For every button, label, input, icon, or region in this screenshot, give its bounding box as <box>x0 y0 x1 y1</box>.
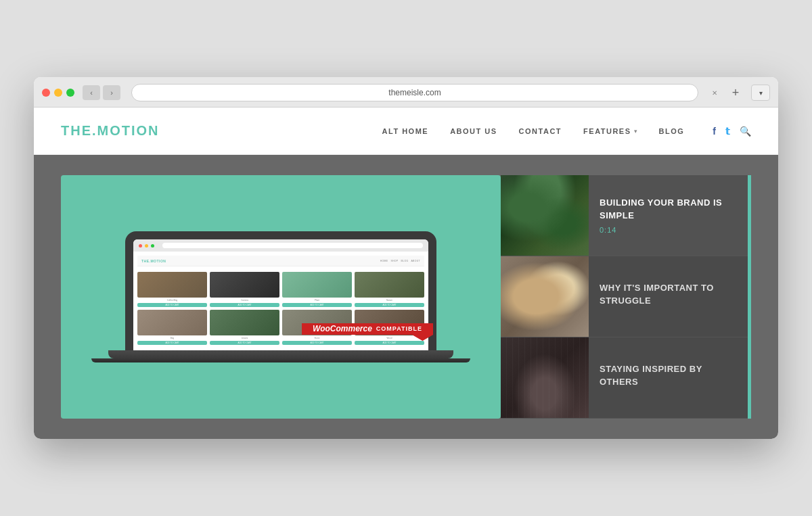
post-title-2: WHY IT'S IMPORTANT TO STRUGGLE <box>600 282 740 306</box>
blog-post-item-2[interactable]: WHY IT'S IMPORTANT TO STRUGGLE <box>501 256 751 337</box>
woo-commerce-text: WooCommerce <box>313 324 372 333</box>
product-cell-1: Coffee Mug ADD TO CART <box>137 272 207 307</box>
product-cell-2: Camera ADD TO CART <box>210 272 279 307</box>
screen-top-bar <box>133 239 428 252</box>
screen-nav-items: HOME SHOP BLOG ABOUT <box>380 260 420 262</box>
url-text: themeisle.com <box>388 88 441 97</box>
nav-features-container: FEATURES ▾ <box>583 127 637 135</box>
product-btn-2[interactable]: ADD TO CART <box>210 303 279 307</box>
product-cell-5: Bag ADD TO CART <box>137 310 207 345</box>
post-thumbnail-3 <box>501 337 589 418</box>
laptop-foot <box>91 358 470 362</box>
browser-chrome: ‹ › themeisle.com ✕ + ▾ <box>34 77 778 108</box>
laptop-showcase: THE.MOTION HOME SHOP BLOG ABOUT <box>61 175 501 419</box>
browser-dropdown-button[interactable]: ▾ <box>751 85 770 101</box>
post-time-1: 0:14 <box>600 226 740 234</box>
product-image-3 <box>282 272 352 298</box>
nav-blog[interactable]: BLOG <box>659 127 685 135</box>
product-title-8: Wood <box>355 337 424 339</box>
product-title-7: Stone <box>282 337 352 339</box>
product-title-1: Coffee Mug <box>137 299 207 302</box>
plants-image <box>501 175 589 256</box>
post-info-2: WHY IT'S IMPORTANT TO STRUGGLE <box>589 256 751 337</box>
address-bar[interactable]: themeisle.com <box>131 84 698 101</box>
post-info-1: BUILDING YOUR BRAND IS SIMPLE 0:14 <box>589 175 751 256</box>
search-icon[interactable]: 🔍 <box>740 126 751 137</box>
post-thumbnail-2 <box>501 256 589 337</box>
site-logo[interactable]: THE.MOTION <box>61 123 160 139</box>
product-btn-4[interactable]: ADD TO CART <box>355 303 424 307</box>
nav-social-icons: f 𝕥 🔍 <box>713 126 751 137</box>
screen-dot-red <box>139 244 142 248</box>
product-title-5: Bag <box>137 337 207 339</box>
website-content: THE.MOTION ALT HOME ABOUT US CONTACT FEA… <box>34 108 778 439</box>
product-btn-8[interactable]: ADD TO CART <box>355 341 424 345</box>
new-tab-button[interactable]: + <box>728 85 743 100</box>
hero-section: THE.MOTION HOME SHOP BLOG ABOUT <box>34 155 778 439</box>
forward-button[interactable]: › <box>103 85 120 100</box>
blog-post-item-1[interactable]: BUILDING YOUR BRAND IS SIMPLE 0:14 <box>501 175 751 256</box>
product-image-4 <box>355 272 424 298</box>
nav-contact[interactable]: CONTACT <box>519 127 562 135</box>
product-image-6 <box>210 310 279 335</box>
product-cell-3: Plant ADD TO CART <box>282 272 352 307</box>
screen-nav-item-4: ABOUT <box>411 260 420 262</box>
post-title-3: STAYING INSPIRED BY OTHERS <box>600 363 740 388</box>
product-btn-3[interactable]: ADD TO CART <box>282 303 352 307</box>
screen-address-bar <box>162 243 423 248</box>
laptop-base-area <box>122 350 440 362</box>
browser-nav: ‹ › <box>83 85 120 100</box>
features-chevron-icon: ▾ <box>634 128 637 135</box>
screen-nav-item-3: BLOG <box>401 260 409 262</box>
blog-post-item-3[interactable]: STAYING INSPIRED BY OTHERS <box>501 337 751 419</box>
laptop-base-parts <box>91 350 470 362</box>
product-image-5 <box>137 310 207 335</box>
post-thumbnail-1 <box>501 175 589 256</box>
screen-dot-yellow <box>145 244 148 248</box>
laptop-container: THE.MOTION HOME SHOP BLOG ABOUT <box>122 231 440 362</box>
traffic-lights <box>42 89 74 97</box>
product-title-3: Plant <box>282 299 352 302</box>
food-image <box>501 256 589 337</box>
product-title-4: Nature <box>355 299 424 302</box>
laptop-base <box>108 350 453 358</box>
nav-alt-home[interactable]: ALT HOME <box>382 127 429 135</box>
product-cell-4: Nature ADD TO CART <box>355 272 424 307</box>
minimize-button[interactable] <box>54 89 62 97</box>
product-btn-6[interactable]: ADD TO CART <box>210 341 279 345</box>
product-title-2: Camera <box>210 299 279 302</box>
site-header: THE.MOTION ALT HOME ABOUT US CONTACT FEA… <box>34 108 778 155</box>
product-title-6: Leaves <box>210 337 279 339</box>
product-btn-7[interactable]: ADD TO CART <box>282 341 352 345</box>
product-btn-1[interactable]: ADD TO CART <box>137 303 207 307</box>
sidebar-accent-bar <box>748 175 751 419</box>
woo-compatible-text: COMPATIBLE <box>376 325 422 332</box>
nav-features[interactable]: FEATURES <box>583 127 631 135</box>
maximize-button[interactable] <box>66 89 74 97</box>
post-info-3: STAYING INSPIRED BY OTHERS <box>589 337 751 418</box>
facebook-icon[interactable]: f <box>713 126 716 137</box>
screen-dot-green <box>151 244 154 248</box>
product-btn-5[interactable]: ADD TO CART <box>137 341 207 345</box>
close-button[interactable] <box>42 89 50 97</box>
wood-image <box>501 337 589 418</box>
screen-nav: THE.MOTION HOME SHOP BLOG ABOUT <box>137 256 424 266</box>
screen-logo: THE.MOTION <box>141 259 166 263</box>
nav-about-us[interactable]: ABOUT US <box>450 127 497 135</box>
close-tab-button[interactable]: ✕ <box>709 87 720 98</box>
back-button[interactable]: ‹ <box>83 85 100 100</box>
product-cell-6: Leaves ADD TO CART <box>210 310 279 345</box>
twitter-icon[interactable]: 𝕥 <box>725 126 730 137</box>
screen-nav-item-2: SHOP <box>390 260 398 262</box>
browser-window: ‹ › themeisle.com ✕ + ▾ THE.MOTION ALT H… <box>34 77 778 439</box>
product-image-2 <box>210 272 279 298</box>
screen-nav-item-1: HOME <box>380 260 388 262</box>
sidebar-posts: BUILDING YOUR BRAND IS SIMPLE 0:14 WHY I… <box>501 175 751 419</box>
post-title-1: BUILDING YOUR BRAND IS SIMPLE <box>600 197 740 221</box>
screen-content: THE.MOTION HOME SHOP BLOG ABOUT <box>133 252 428 350</box>
product-image-1 <box>137 272 207 298</box>
site-nav: ALT HOME ABOUT US CONTACT FEATURES ▾ BLO… <box>382 126 751 137</box>
product-grid: Coffee Mug ADD TO CART Camera ADD TO CAR… <box>137 271 424 346</box>
